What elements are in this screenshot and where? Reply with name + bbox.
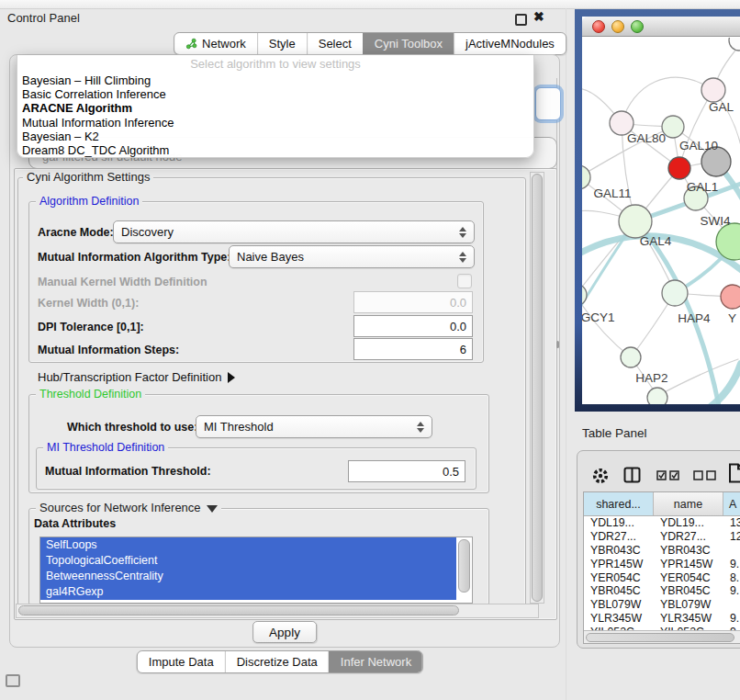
algorithm-dropdown: Select algorithm to view settings Bayesi… bbox=[17, 55, 534, 158]
table-row[interactable]: YBL079WYBL079W bbox=[584, 598, 740, 612]
table-cell bbox=[723, 544, 740, 558]
split-columns-icon[interactable] bbox=[623, 467, 641, 483]
table-cell: 13 bbox=[723, 516, 740, 530]
resize-nub[interactable] bbox=[556, 341, 559, 348]
algorithm-option[interactable]: Basic Correlation Inference bbox=[17, 87, 533, 101]
aracne-mode-label: Aracne Mode: bbox=[38, 226, 114, 239]
mi-threshold-group-title: MI Threshold Definition bbox=[43, 441, 168, 454]
close-window-icon[interactable] bbox=[592, 20, 605, 33]
network-node[interactable] bbox=[662, 280, 688, 306]
node-label: Y bbox=[728, 311, 736, 325]
tab-network[interactable]: Network bbox=[174, 33, 257, 54]
control-panel-tabs: Network Style Select Cyni Toolbox jActiv… bbox=[174, 32, 566, 55]
table-cell: YDL19... bbox=[654, 516, 723, 530]
network-node[interactable] bbox=[621, 347, 641, 367]
table-row[interactable]: YBR045CYBR045C9. bbox=[584, 584, 740, 598]
kernel-width-field[interactable]: 0.0 bbox=[353, 291, 473, 313]
tab-cyni-toolbox[interactable]: Cyni Toolbox bbox=[363, 33, 454, 54]
aracne-mode-combo[interactable]: Discovery bbox=[113, 220, 475, 243]
select-all-rows-icon[interactable] bbox=[656, 470, 680, 480]
mi-threshold-label: Mutual Information Threshold: bbox=[45, 465, 211, 478]
tab-impute-data[interactable]: Impute Data bbox=[138, 651, 225, 672]
column-header-partial[interactable]: A bbox=[723, 492, 740, 515]
data-attributes-list[interactable]: SelfLoopsTopologicalCoefficientBetweenne… bbox=[39, 536, 473, 604]
apply-button[interactable]: Apply bbox=[252, 621, 317, 643]
sources-group-toggle[interactable]: Sources for Network Inference bbox=[36, 502, 221, 514]
tab-label: Network bbox=[202, 37, 246, 51]
table-row[interactable]: YBR043CYBR043C bbox=[584, 544, 740, 558]
tab-infer-network[interactable]: Infer Network bbox=[329, 651, 422, 672]
column-header-name[interactable]: name bbox=[654, 492, 723, 515]
network-window-titlebar[interactable] bbox=[582, 17, 740, 37]
table-panel: shared... name A YDL19...YDL19...13YDR27… bbox=[577, 450, 740, 649]
data-attribute-item[interactable]: TopologicalCoefficient bbox=[40, 553, 456, 569]
table-row[interactable]: YDR27...YDR27...12 bbox=[584, 530, 740, 544]
table-hscrollbar-thumb[interactable] bbox=[586, 633, 734, 642]
algorithm-option[interactable]: Bayesian – K2 bbox=[17, 130, 533, 143]
column-header-shared-name[interactable]: shared... bbox=[584, 492, 654, 515]
deselect-all-rows-icon[interactable] bbox=[693, 470, 717, 480]
settings-hscrollbar bbox=[16, 604, 539, 618]
table-hscrollbar bbox=[584, 630, 740, 643]
mi-threshold-field[interactable]: 0.5 bbox=[348, 460, 465, 482]
panel-divider[interactable] bbox=[566, 8, 566, 700]
manual-kernel-checkbox[interactable] bbox=[457, 274, 472, 288]
which-threshold-combo[interactable]: MI Threshold bbox=[196, 415, 432, 438]
gear-icon[interactable] bbox=[590, 466, 611, 486]
algorithm-option[interactable]: ARACNE Algorithm bbox=[17, 101, 533, 115]
tab-style[interactable]: Style bbox=[257, 33, 307, 54]
tab-select[interactable]: Select bbox=[307, 33, 363, 54]
document-icon[interactable] bbox=[728, 463, 740, 483]
data-attribute-item[interactable]: gal4RGexp bbox=[40, 584, 456, 600]
network-edge[interactable] bbox=[622, 77, 713, 123]
minimize-window-icon[interactable] bbox=[611, 20, 624, 33]
control-panel-title: Control Panel bbox=[7, 11, 80, 25]
network-node[interactable] bbox=[701, 78, 725, 102]
table-row[interactable]: YPR145WYPR145W9. bbox=[584, 558, 740, 571]
settings-vscrollbar-thumb[interactable] bbox=[532, 174, 543, 602]
network-edge[interactable] bbox=[582, 295, 631, 357]
algorithm-option[interactable]: Bayesian – Hill Climbing bbox=[17, 73, 533, 87]
dpi-tolerance-field[interactable]: 0.0 bbox=[353, 315, 473, 337]
table-cell: YLR345W bbox=[584, 612, 654, 626]
table-row[interactable]: YDL19...YDL19...13 bbox=[584, 516, 740, 530]
data-attribute-item[interactable]: BetweennessCentrality bbox=[40, 569, 456, 584]
sources-group-title: Sources for Network Inference bbox=[39, 501, 201, 514]
network-node[interactable] bbox=[721, 285, 740, 309]
network-node[interactable] bbox=[647, 388, 667, 404]
hub-definition-toggle[interactable]: Hub/Transcription Factor Definition bbox=[38, 370, 235, 384]
table-cell: 9. bbox=[723, 584, 740, 598]
algorithm-option[interactable]: Mutual Information Inference bbox=[17, 116, 533, 130]
table-cell: YPR145W bbox=[584, 558, 654, 571]
node-label: GAL1 bbox=[687, 180, 719, 194]
network-node[interactable] bbox=[668, 157, 690, 179]
network-canvas[interactable]: GALGAL80GAL10GAL1GAL11SWI4GAL4GCY1HAP4YH… bbox=[582, 38, 740, 404]
mi-steps-field[interactable]: 6 bbox=[353, 338, 473, 360]
close-panel-icon[interactable]: ✖ bbox=[533, 9, 544, 24]
mi-type-combo[interactable]: Naive Bayes bbox=[229, 245, 475, 268]
list-scrollbar-thumb[interactable] bbox=[458, 539, 470, 593]
tab-label: jActiveMNodules bbox=[465, 37, 555, 51]
zoom-window-icon[interactable] bbox=[631, 20, 644, 33]
table-cell: YDR27... bbox=[584, 530, 654, 544]
network-edge[interactable] bbox=[700, 364, 740, 404]
algorithm-option[interactable]: Dream8 DC_TDC Algorithm bbox=[17, 143, 533, 157]
expand-right-icon bbox=[228, 372, 235, 383]
data-attribute-item[interactable]: SelfLoops bbox=[40, 537, 456, 553]
collapse-down-icon bbox=[207, 505, 218, 513]
network-node[interactable] bbox=[729, 38, 740, 51]
tab-discretize-data[interactable]: Discretize Data bbox=[225, 651, 329, 672]
table-row[interactable]: YLR345WYLR345W9. bbox=[584, 612, 740, 626]
dpi-tolerance-value: 0.0 bbox=[450, 320, 466, 333]
tab-label: Impute Data bbox=[149, 655, 214, 669]
inference-algorithm-combo[interactable] bbox=[535, 87, 561, 120]
panel-grip-icon[interactable] bbox=[6, 674, 20, 687]
mi-steps-value: 6 bbox=[460, 343, 466, 356]
settings-hscrollbar-thumb[interactable] bbox=[18, 605, 459, 615]
screen: Control Panel ✖ Network Style Select Cyn… bbox=[0, 0, 740, 700]
table-row[interactable]: YER054CYER054C8. bbox=[584, 571, 740, 585]
float-panel-icon[interactable] bbox=[515, 14, 527, 26]
network-node[interactable] bbox=[619, 205, 652, 238]
tab-jactivemnodules[interactable]: jActiveMNodules bbox=[454, 33, 566, 54]
table-cell: YBR045C bbox=[654, 584, 723, 598]
